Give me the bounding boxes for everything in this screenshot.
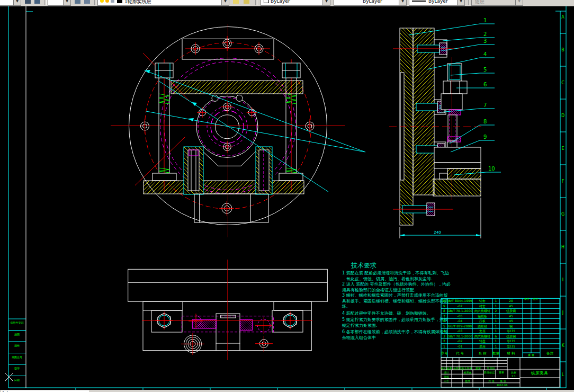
toolbar-icon [25,0,31,4]
drawing-canvas[interactable]: A B C D E F G H I J K L 借用件登记 描图 描校 底图总号 [0,0,574,392]
svg-text:重 量: 重 量 [528,353,535,357]
svg-text:-05: -05 [458,314,463,318]
svg-text:分区: 分区 [453,367,459,370]
svg-text:-02: -02 [458,339,463,343]
color-dropdown[interactable]: ByLayer ▼ [261,0,330,6]
part-name: 铣床夹具 [531,371,548,376]
svg-text:K: K [561,343,564,348]
toolbar-button-3[interactable] [73,0,82,5]
plotstyle-dropdown: 随层 ▼ [471,0,523,6]
svg-text:6: 6 [443,319,445,323]
svg-text:4: 4 [443,329,445,333]
toolbar-separator [255,0,257,5]
svg-text:签字: 签字 [476,367,481,370]
frame-left-block: 借用件登记 描图 描校 底图总号 签字 日期 [8,319,26,382]
command-line[interactable]: 命令: [0,390,574,392]
svg-text:1: 1 [495,304,497,308]
svg-text:10: 10 [442,299,446,302]
callout-number: 10 [488,166,495,172]
svg-text:优质钢: 优质钢 [506,309,516,313]
svg-text:5: 5 [443,324,445,328]
layer-freeze-sun-icon[interactable] [105,0,109,3]
svg-text:A: A [561,15,564,20]
chevron-down-icon[interactable]: ▼ [399,0,406,5]
layer-states-button[interactable] [242,0,251,5]
svg-text:7: 7 [443,314,445,318]
svg-text:45: 45 [509,304,513,308]
toolbar-separator [44,0,47,5]
toolbar-separator [468,0,470,5]
svg-text:20: 20 [509,299,513,302]
toolbar-button-1[interactable] [23,0,32,5]
chevron-down-icon[interactable]: ▼ [221,0,229,5]
layer-dropdown[interactable]: 1轮廓实线层 ▼ [97,0,229,6]
svg-text:标记: 标记 [441,367,446,370]
svg-text:代 号: 代 号 [455,351,464,355]
svg-text:6: 6 [495,334,497,338]
svg-text:I: I [562,278,563,282]
callout-number: 4 [483,51,487,57]
svg-text:6 各零部件在组装前，必须清洗干净，不得有铁屑焊渣等: 6 各零部件在组装前，必须清洗干净，不得有铁屑焊渣等 [342,329,448,334]
svg-text:钻模板: 钻模板 [477,314,487,318]
svg-text:支座: 支座 [479,329,486,333]
svg-text:L: L [562,372,564,377]
svg-text:单件: 单件 [524,297,530,300]
lineweight-sample-icon [412,1,426,2]
toolbar-icon [84,0,90,4]
layer-previous-button[interactable] [231,0,240,5]
svg-text:第 张: 第 张 [500,379,506,383]
tech-title: 技术要求 [351,262,376,269]
layer-color-swatch[interactable] [117,0,122,3]
right-stud [256,147,272,194]
svg-text:B: B [561,48,564,52]
svg-text:Q235: Q235 [507,329,515,333]
layer-on-bulb-icon[interactable] [100,0,104,3]
svg-text:描图: 描图 [14,333,20,336]
svg-text:2: 2 [495,309,497,313]
svg-text:序号: 序号 [441,351,449,355]
svg-text:描校: 描校 [14,344,20,348]
svg-text:1:1: 1:1 [512,375,516,378]
toolbar-icon [34,0,40,4]
toolbar-icon [75,0,80,4]
svg-text:45: 45 [509,314,513,318]
plotstyle-value: 随层 [475,0,485,5]
svg-text:GB/T 70.1-2000: GB/T 70.1-2000 [447,309,472,313]
svg-text:E: E [561,146,564,151]
svg-text:1: 1 [495,314,497,318]
toolbar-combo-small[interactable]: ▼ [48,0,71,6]
section-view: 240 [389,28,483,238]
chevron-down-icon[interactable]: ▼ [457,0,464,5]
linetype-value: ByLayer [363,0,382,4]
svg-text:圆柱销: 圆柱销 [478,324,487,328]
svg-text:3 螺钉、螺栓和螺母紧固时，严禁打击或使用不合适的旋: 3 螺钉、螺栓和螺母紧固时，严禁打击或使用不合适的旋 [342,293,448,298]
svg-text:具和扳手。紧固后螺钉槽、螺母和螺钉、螺栓头部不得损: 具和扳手。紧固后螺钉槽、螺母和螺钉、螺栓头部不得损 [342,299,449,304]
linetype-dropdown[interactable]: ByLayer ▼ [334,0,407,6]
svg-text:Q235: Q235 [507,339,515,343]
svg-text:须具有检验部门的合格证方能进行装配.: 须具有检验部门的合格证方能进行装配. [342,288,416,292]
chevron-down-icon[interactable]: ▼ [63,0,70,5]
svg-text:2010.06: 2010.06 [497,384,508,387]
svg-text:钻套: 钻套 [479,299,486,303]
svg-text:坏.: 坏. [342,304,348,309]
toolbar-button-4[interactable] [83,0,92,5]
toolbar-button-2[interactable] [33,0,42,5]
svg-text:H: H [561,245,564,250]
callout-number: 7 [483,102,487,108]
svg-text:JB/T 8044-1999: JB/T 8044-1999 [447,299,472,303]
svg-text:压板: 压板 [479,319,486,323]
callout-number: 2 [483,31,487,37]
svg-text:-03: -03 [458,329,463,333]
chevron-down-icon[interactable]: ▼ [13,0,21,5]
svg-text:-04: -04 [458,319,463,323]
lineweight-dropdown[interactable]: ByLayer ▼ [409,0,465,6]
callout-number: 5 [483,67,487,73]
svg-text:阶段标记: 阶段标记 [484,371,495,375]
svg-text:．氧化皮、锈蚀、切屑、油污、着色剂和灰尘等.: ．氧化皮、锈蚀、切屑、油污、着色剂和灰尘等. [342,277,433,281]
layer-lock-icon[interactable] [111,0,114,3]
svg-text:底座: 底座 [479,344,486,348]
callout-number: 8 [483,119,487,124]
chevron-down-icon: ▼ [515,0,523,5]
toolbar-combo-partial[interactable]: ▼ [0,0,21,6]
chevron-down-icon[interactable]: ▼ [322,0,330,5]
